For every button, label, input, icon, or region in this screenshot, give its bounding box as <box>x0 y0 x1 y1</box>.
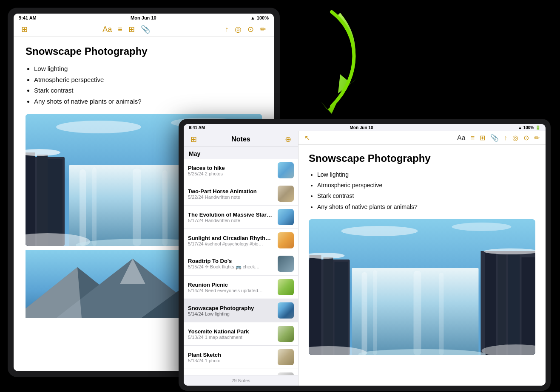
back-battery: 100% <box>257 15 269 20</box>
attach-icon-right[interactable]: 📎 <box>490 134 499 142</box>
sidebar-icon[interactable]: ⊞ <box>21 25 28 34</box>
table-icon[interactable]: ⊞ <box>128 25 135 34</box>
note-list-item-8[interactable]: Plant Sketch 5/13/24 1 photo <box>184 346 298 369</box>
back-bullet-3: Stark contrast <box>34 85 262 96</box>
note-item-sub-6: 5/14/24 Low lighting <box>188 311 274 316</box>
note-list-item-2[interactable]: The Evolution of Massive Star… 5/17/24 H… <box>184 206 298 229</box>
note-thumb-7 <box>278 326 294 342</box>
svg-rect-40 <box>508 254 520 355</box>
svg-rect-38 <box>485 253 496 355</box>
back-bullet-list: Low lighting Atmospheric perspective Sta… <box>26 63 262 107</box>
note-item-text-3: Sunlight and Circadian Rhythm… 5/17/24 #… <box>188 235 274 246</box>
svg-rect-35 <box>335 262 348 355</box>
ipad-back-status-bar: 9:41 AM Mon Jun 10 ▲ 100% <box>14 14 274 22</box>
share-icon[interactable]: ↑ <box>225 25 229 34</box>
note-item-sub-1: 5/22/24 Handwritten note <box>188 195 274 200</box>
note-content-panel: ↖ Aa ≡ ⊞ 📎 ↑ ◎ ⊙ ✏ Snowscape Photography <box>298 131 546 386</box>
back-note-title: Snowscape Photography <box>26 45 262 57</box>
note-item-text-6: Snowscape Photography 5/14/24 Low lighti… <box>188 305 274 316</box>
svg-rect-17 <box>133 169 141 246</box>
note-body: Snowscape Photography Low lighting Atmos… <box>298 145 546 386</box>
notes-list-header: ⊞ Notes ⊕ <box>184 131 298 147</box>
format-aa-icon[interactable]: Aa <box>457 134 466 142</box>
front-main-body: ⊞ Notes ⊕ May Places to hike 5/25/24 2 p… <box>184 131 546 386</box>
note-list-item-3[interactable]: Sunlight and Circadian Rhythm… 5/17/24 #… <box>184 229 298 252</box>
front-battery: 100% <box>523 125 534 130</box>
note-toolbar: ↖ Aa ≡ ⊞ 📎 ↑ ◎ ⊙ ✏ <box>298 131 546 145</box>
share-icon-right[interactable]: ↑ <box>504 134 507 142</box>
svg-rect-15 <box>80 169 86 246</box>
sidebar-toggle-btn[interactable]: ⊞ <box>189 135 199 144</box>
note-item-text-1: Two-Part Horse Animation 5/22/24 Handwri… <box>188 188 274 200</box>
front-status-right: ▲ 100% 🔋 <box>518 125 540 130</box>
svg-point-31 <box>452 223 512 231</box>
more-icon[interactable]: ⊙ <box>247 25 254 34</box>
note-photo-overlay <box>309 219 535 355</box>
note-item-title-5: Reunion Picnic <box>188 282 274 288</box>
svg-rect-34 <box>324 257 333 355</box>
note-item-text-4: Roadtrip To Do's 5/15/24 ✈ Book flights … <box>188 258 274 270</box>
note-list-item-4[interactable]: Roadtrip To Do's 5/15/24 ✈ Book flights … <box>184 252 298 276</box>
ellipsis-icon-right[interactable]: ⊙ <box>523 134 529 142</box>
back-bullet-4: Any shots of native plants or animals? <box>34 96 262 107</box>
note-thumb-2 <box>278 209 294 225</box>
compose-icon-right[interactable]: ✏ <box>534 134 540 142</box>
front-battery-icon: 🔋 <box>535 125 540 130</box>
back-toolbar-right: ↑ ◎ ⊙ ✏ <box>225 25 266 34</box>
note-item-title-6: Snowscape Photography <box>188 305 274 311</box>
front-bullet-4: Any shots of native plants or animals? <box>317 202 535 212</box>
notes-count: 29 Notes <box>184 375 298 386</box>
back-arrow-icon[interactable]: ↖ <box>304 134 310 142</box>
svg-rect-46 <box>414 271 421 355</box>
note-body-bullets: Low lighting Atmospheric perspective Sta… <box>309 169 535 212</box>
svg-marker-28 <box>321 100 338 114</box>
note-list-item-6[interactable]: Snowscape Photography 5/14/24 Low lighti… <box>184 299 298 322</box>
note-thumb-5 <box>278 279 294 295</box>
navigate-icon[interactable]: ◎ <box>235 25 242 34</box>
notes-list-panel: ⊞ Notes ⊕ May Places to hike 5/25/24 2 p… <box>184 131 298 386</box>
note-item-sub-5: 5/14/24 Need everyone's updated… <box>188 288 274 293</box>
note-body-title: Snowscape Photography <box>309 152 535 164</box>
list-icon[interactable]: ≡ <box>118 25 122 34</box>
format-text-icon[interactable]: Aa <box>102 25 112 34</box>
note-item-text-7: Yosemite National Park 5/13/24 1 map att… <box>188 328 274 340</box>
note-thumb-4 <box>278 256 294 272</box>
note-item-title-8: Plant Sketch <box>188 352 274 358</box>
note-item-text-5: Reunion Picnic 5/14/24 Need everyone's u… <box>188 282 274 293</box>
note-list-item-9[interactable]: Free Body Diagrams 5/13/24 Handwritten n… <box>184 369 298 375</box>
back-toolbar-center: Aa ≡ ⊞ 📎 <box>102 25 150 34</box>
compose-icon[interactable]: ✏ <box>260 25 266 34</box>
note-list-item-7[interactable]: Yosemite National Park 5/13/24 1 map att… <box>184 322 298 346</box>
front-landscape-svg <box>309 219 535 355</box>
note-item-title-3: Sunlight and Circadian Rhythm… <box>188 235 274 241</box>
note-thumb-0 <box>278 162 294 178</box>
note-item-text-0: Places to hike 5/25/24 2 photos <box>188 165 274 176</box>
note-item-title-2: The Evolution of Massive Star… <box>188 212 274 218</box>
attach-icon[interactable]: 📎 <box>141 25 150 34</box>
front-status-bar: 9:41 AM Mon Jun 10 ▲ 100% 🔋 <box>184 124 546 131</box>
svg-rect-16 <box>92 167 97 246</box>
notes-more-btn[interactable]: ⊕ <box>283 135 293 144</box>
back-time: 9:41 AM <box>19 15 37 20</box>
front-bullet-2: Atmospheric perspective <box>317 180 535 191</box>
note-item-text-2: The Evolution of Massive Star… 5/17/24 H… <box>188 212 274 223</box>
note-photo <box>309 219 535 355</box>
note-list-item-1[interactable]: Two-Part Horse Animation 5/22/24 Handwri… <box>184 182 298 206</box>
navigate-icon-right[interactable]: ◎ <box>512 134 518 142</box>
front-bullet-3: Stark contrast <box>317 191 535 201</box>
table-icon-right[interactable]: ⊞ <box>480 134 485 142</box>
svg-rect-39 <box>498 255 506 355</box>
back-bullet-1: Low lighting <box>34 63 262 74</box>
ipad-back-toolbar: ⊞ Aa ≡ ⊞ 📎 ↑ ◎ ⊙ ✏ <box>14 22 274 37</box>
note-item-title-0: Places to hike <box>188 165 274 171</box>
note-list-item-5[interactable]: Reunion Picnic 5/14/24 Need everyone's u… <box>184 276 298 299</box>
front-bullet-1: Low lighting <box>317 169 535 180</box>
front-date: Mon Jun 10 <box>350 125 373 130</box>
checklist-icon[interactable]: ≡ <box>471 134 475 142</box>
back-bullet-2: Atmospheric perspective <box>34 74 262 85</box>
notes-list: Places to hike 5/25/24 2 photos Two-Part… <box>184 159 298 375</box>
ipad-front-screen: 9:41 AM Mon Jun 10 ▲ 100% 🔋 ⊞ Notes ⊕ Ma… <box>184 124 546 386</box>
svg-point-30 <box>341 226 418 236</box>
note-list-item-0[interactable]: Places to hike 5/25/24 2 photos <box>184 159 298 182</box>
note-thumb-3 <box>278 232 294 248</box>
